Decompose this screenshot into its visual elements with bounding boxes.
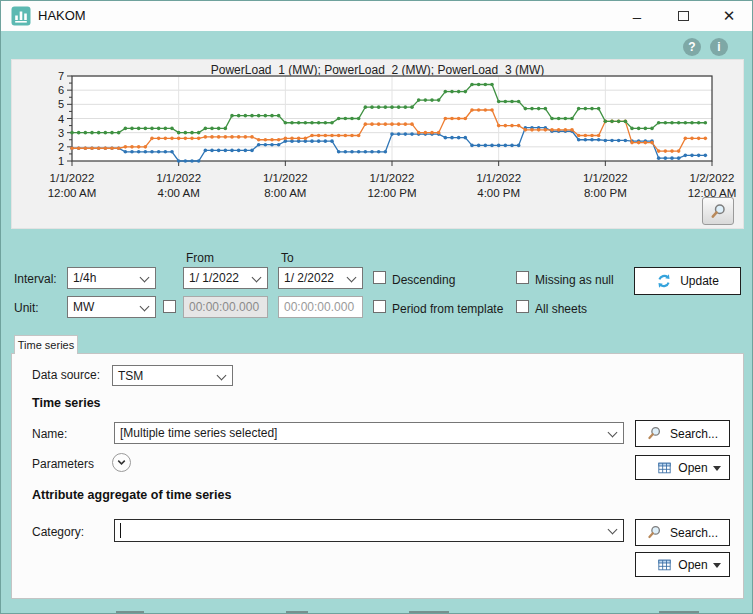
use-time-checkbox[interactable] — [163, 300, 176, 313]
parameters-label: Parameters — [32, 457, 94, 471]
svg-text:3: 3 — [58, 127, 64, 139]
tab-label: Time series — [18, 339, 74, 351]
from-date-value: 1/ 1/2022 — [189, 271, 239, 285]
open-label: Open — [678, 461, 707, 475]
magnifier-icon — [710, 203, 727, 220]
chevron-down-icon — [140, 302, 150, 312]
from-time-value: 00:00:00.000 — [189, 300, 259, 314]
interval-value: 1/4h — [73, 271, 96, 285]
time-series-chart: 12345671/1/202212:00 AM1/1/20224:00 AM1/… — [12, 60, 745, 230]
chevron-down-icon — [140, 273, 150, 283]
interval-label: Interval: — [14, 272, 57, 286]
refresh-icon — [656, 273, 672, 289]
svg-text:12:00 PM: 12:00 PM — [367, 187, 416, 199]
chart-panel: PowerLoad_1 (MW); PowerLoad_2 (MW); Powe… — [11, 59, 744, 229]
svg-text:1/2/2022: 1/2/2022 — [690, 172, 735, 184]
unit-value: MW — [73, 300, 94, 314]
to-time-value: 00:00:00.000 — [284, 300, 354, 314]
dropdown-arrow-icon — [713, 563, 721, 568]
all-sheets-checkbox[interactable] — [516, 300, 529, 313]
minimize-button[interactable]: – — [614, 1, 660, 31]
missing-as-null-label: Missing as null — [535, 273, 614, 287]
parameters-expand-button[interactable] — [112, 453, 131, 472]
name-label: Name: — [32, 427, 67, 441]
open-button[interactable]: Open — [635, 455, 730, 480]
title-bar: HAKOM – ✕ — [1, 1, 752, 31]
svg-text:12:00 AM: 12:00 AM — [48, 187, 97, 199]
time-series-panel: Data source: TSM Time series Name: [Mult… — [11, 353, 744, 599]
svg-text:1: 1 — [58, 155, 64, 167]
attribute-aggregate-heading: Attribute aggregate of time series — [32, 488, 231, 502]
update-label: Update — [680, 274, 719, 288]
missing-as-null-checkbox[interactable] — [516, 271, 529, 284]
to-date-picker[interactable]: 1/ 2/2022 — [278, 267, 363, 289]
chevron-down-icon — [217, 371, 227, 381]
unit-select[interactable]: MW — [67, 296, 156, 318]
name-value: [Multiple time series selected] — [120, 426, 277, 440]
dropdown-arrow-icon — [713, 466, 721, 471]
name-select[interactable]: [Multiple time series selected] — [114, 422, 624, 444]
from-time-input[interactable]: 00:00:00.000 — [183, 296, 268, 318]
magnifier-icon — [647, 525, 662, 540]
to-date-value: 1/ 2/2022 — [284, 271, 334, 285]
table-icon — [657, 461, 672, 475]
tab-time-series[interactable]: Time series — [14, 335, 78, 354]
category-input[interactable] — [114, 519, 624, 542]
app-window: HAKOM – ✕ ? i PowerLoad_1 (MW); PowerLoa… — [0, 0, 753, 614]
search-label: Search... — [670, 526, 718, 540]
time-series-heading: Time series — [32, 396, 101, 410]
svg-text:1/1/2022: 1/1/2022 — [583, 172, 628, 184]
close-icon: ✕ — [723, 7, 736, 25]
to-label: To — [281, 251, 294, 265]
maximize-button[interactable] — [660, 1, 706, 31]
svg-text:2: 2 — [58, 141, 64, 153]
chevron-down-icon — [608, 428, 618, 438]
chart-zoom-button[interactable] — [702, 197, 734, 225]
chevron-down-icon — [252, 273, 262, 283]
update-button[interactable]: Update — [634, 267, 741, 295]
descending-checkbox[interactable] — [373, 271, 386, 284]
minimize-icon: – — [633, 8, 641, 25]
category-open-button[interactable]: Open — [635, 552, 730, 577]
name-search-button[interactable]: Search... — [635, 420, 730, 447]
svg-text:5: 5 — [58, 98, 64, 110]
data-source-value: TSM — [118, 369, 143, 383]
svg-text:4:00 AM: 4:00 AM — [158, 187, 200, 199]
from-label: From — [186, 251, 214, 265]
svg-text:6: 6 — [58, 84, 64, 96]
chevron-down-circle-icon — [115, 456, 128, 469]
app-logo-icon — [11, 6, 31, 26]
svg-text:7: 7 — [58, 70, 64, 82]
svg-text:1/1/2022: 1/1/2022 — [263, 172, 308, 184]
all-sheets-label: All sheets — [535, 302, 587, 316]
close-button[interactable]: ✕ — [706, 1, 752, 31]
category-label: Category: — [32, 525, 84, 539]
data-source-select[interactable]: TSM — [112, 365, 233, 386]
info-button[interactable]: i — [710, 38, 728, 56]
svg-text:8:00 PM: 8:00 PM — [584, 187, 627, 199]
from-date-picker[interactable]: 1/ 1/2022 — [183, 267, 268, 289]
info-icon: i — [717, 40, 720, 54]
category-search-button[interactable]: Search... — [635, 519, 730, 546]
svg-text:8:00 AM: 8:00 AM — [264, 187, 306, 199]
svg-text:1/1/2022: 1/1/2022 — [370, 172, 415, 184]
chevron-down-icon — [347, 273, 357, 283]
period-from-template-checkbox[interactable] — [373, 300, 386, 313]
help-button[interactable]: ? — [683, 38, 701, 56]
open-label: Open — [678, 558, 707, 572]
maximize-icon — [678, 11, 689, 21]
descending-label: Descending — [392, 273, 455, 287]
svg-text:1/1/2022: 1/1/2022 — [50, 172, 95, 184]
svg-text:4: 4 — [58, 113, 64, 125]
unit-label: Unit: — [14, 301, 39, 315]
to-time-input[interactable]: 00:00:00.000 — [278, 296, 363, 318]
help-icon: ? — [688, 40, 695, 54]
interval-select[interactable]: 1/4h — [67, 267, 156, 289]
svg-text:1/1/2022: 1/1/2022 — [476, 172, 521, 184]
svg-text:1/1/2022: 1/1/2022 — [156, 172, 201, 184]
data-source-label: Data source: — [32, 368, 100, 382]
table-icon — [657, 558, 672, 572]
period-from-template-label: Period from template — [392, 302, 503, 316]
svg-text:4:00 PM: 4:00 PM — [477, 187, 520, 199]
window-title: HAKOM — [38, 1, 86, 31]
